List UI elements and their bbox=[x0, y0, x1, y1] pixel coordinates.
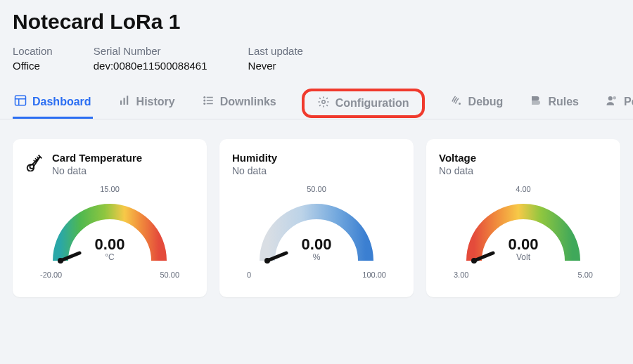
tab-label: Dashboard bbox=[32, 96, 91, 108]
dashboard-icon bbox=[14, 94, 27, 110]
permissions-icon bbox=[606, 94, 618, 110]
debug-icon bbox=[450, 94, 463, 110]
tab-downlinks[interactable]: Downlinks bbox=[200, 87, 278, 119]
tab-label: Perm bbox=[624, 96, 633, 108]
gauge-value: 0.00 bbox=[449, 235, 597, 254]
card-subtitle: No data bbox=[439, 165, 476, 176]
tab-bar: Dashboard History Downlinks Configuratio… bbox=[0, 87, 633, 119]
svg-line-19 bbox=[34, 160, 35, 162]
svg-point-8 bbox=[203, 100, 205, 102]
cards-row: Card Temperature No data 15.00 bbox=[13, 139, 620, 297]
svg-point-12 bbox=[321, 100, 325, 103]
card-title: Voltage bbox=[439, 152, 476, 164]
gauge-tick-mid: 50.00 bbox=[243, 185, 390, 193]
meta-label: Serial Number bbox=[94, 45, 207, 57]
gauge-value: 0.00 bbox=[243, 235, 390, 254]
svg-line-18 bbox=[35, 158, 37, 160]
svg-point-15 bbox=[613, 96, 616, 100]
gauge-voltage: 4.00 0. bbox=[449, 183, 597, 289]
rules-icon bbox=[530, 94, 542, 110]
history-icon bbox=[118, 94, 131, 110]
svg-point-16 bbox=[30, 164, 34, 169]
tab-label: Rules bbox=[548, 96, 579, 108]
tab-label: Downlinks bbox=[220, 96, 276, 108]
meta-location: Location Office bbox=[13, 45, 53, 72]
svg-rect-9 bbox=[206, 100, 212, 101]
tab-configuration[interactable]: Configuration bbox=[302, 89, 425, 118]
gauge-tick-min: 3.00 bbox=[454, 271, 468, 279]
card-voltage: Voltage No data 4.00 bbox=[426, 139, 620, 297]
svg-point-10 bbox=[203, 103, 205, 105]
gauge-tick-max: 5.00 bbox=[578, 271, 593, 279]
svg-point-14 bbox=[608, 96, 613, 100]
tab-permissions[interactable]: Perm bbox=[604, 87, 633, 119]
meta-value: dev:0080e11500088461 bbox=[94, 60, 207, 72]
gauge-tick-mid: 4.00 bbox=[449, 185, 597, 193]
gauge-unit: °C bbox=[36, 252, 184, 262]
card-temperature: Card Temperature No data 15.00 bbox=[13, 139, 207, 297]
gauge-tick-min: 0 bbox=[247, 271, 251, 279]
gauge-tick-min: -20.00 bbox=[40, 271, 62, 279]
gauge-temperature: 15.00 bbox=[36, 183, 184, 289]
tab-label: Configuration bbox=[335, 97, 409, 110]
gauge-humidity: 50.00 0.00 % bbox=[243, 183, 390, 289]
tab-rules[interactable]: Rules bbox=[528, 87, 580, 119]
gauge-tick-max: 100.00 bbox=[362, 271, 386, 279]
meta-value: Office bbox=[13, 60, 53, 72]
gauge-unit: Volt bbox=[449, 252, 597, 262]
meta-value: Never bbox=[248, 60, 303, 72]
gauge-value: 0.00 bbox=[36, 235, 184, 254]
downlinks-icon bbox=[202, 94, 215, 110]
meta-row: Location Office Serial Number dev:0080e1… bbox=[13, 45, 620, 72]
svg-rect-7 bbox=[206, 97, 212, 98]
card-subtitle: No data bbox=[52, 165, 142, 176]
card-humidity: Humidity No data 50.00 bbox=[219, 139, 414, 297]
meta-serial: Serial Number dev:0080e11500088461 bbox=[94, 45, 207, 72]
svg-line-17 bbox=[37, 157, 38, 158]
tab-dashboard[interactable]: Dashboard bbox=[13, 87, 93, 119]
tab-label: History bbox=[136, 96, 175, 108]
tab-history[interactable]: History bbox=[117, 87, 177, 119]
gauge-tick-max: 50.00 bbox=[160, 271, 179, 279]
tab-label: Debug bbox=[468, 96, 504, 108]
meta-label: Last update bbox=[248, 45, 303, 57]
svg-rect-4 bbox=[123, 98, 124, 105]
svg-point-6 bbox=[203, 96, 205, 98]
card-title: Card Temperature bbox=[52, 152, 142, 164]
svg-rect-3 bbox=[120, 100, 122, 105]
svg-rect-11 bbox=[206, 103, 212, 105]
thermometer-icon bbox=[25, 152, 45, 171]
meta-label: Location bbox=[13, 45, 53, 57]
configuration-icon bbox=[317, 96, 330, 111]
gauge-unit: % bbox=[243, 252, 390, 262]
page-title: Notecard LoRa 1 bbox=[13, 10, 620, 34]
card-subtitle: No data bbox=[232, 165, 277, 176]
svg-point-13 bbox=[459, 103, 461, 105]
svg-rect-5 bbox=[127, 96, 128, 105]
meta-last-update: Last update Never bbox=[248, 45, 303, 72]
svg-rect-0 bbox=[15, 96, 26, 105]
gauge-tick-mid: 15.00 bbox=[36, 185, 184, 193]
card-title: Humidity bbox=[232, 152, 277, 164]
tab-debug[interactable]: Debug bbox=[449, 87, 505, 119]
